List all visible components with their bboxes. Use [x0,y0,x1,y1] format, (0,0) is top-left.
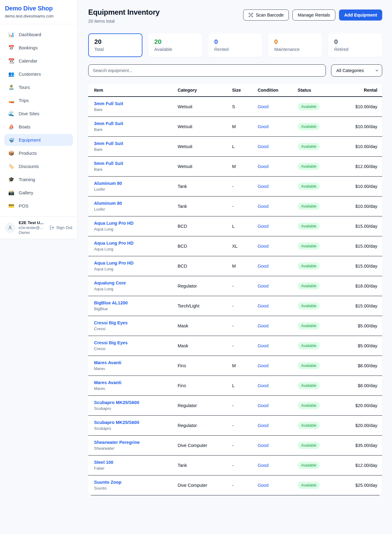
rental-cell: $15.00/day [349,236,382,256]
sidebar-item-label: POS [19,203,28,208]
item-name-link[interactable]: 5mm Full Suit [94,161,167,166]
sidebar-item[interactable]: 📅 Bookings [4,42,73,54]
stat-card[interactable]: 0 Retired [328,33,382,57]
condition-cell: Good [252,276,292,296]
item-name-link[interactable]: Scubapro MK25/S600 [94,400,167,405]
category-select[interactable]: All Categories [331,64,382,77]
add-equipment-button[interactable]: Add Equipment [339,10,382,21]
table-row: Mares Avanti Mares Fins L Good Available [88,376,382,396]
column-header-condition: Condition [252,84,292,97]
item-name-link[interactable]: Scubapro MK25/S600 [94,420,167,425]
sidebar-item[interactable]: 🏝️ Tours [4,81,73,93]
sidebar-item-icon: ⛵ [8,124,15,130]
condition-link[interactable]: Good [258,204,268,209]
rental-cell: $10.00/day [349,117,382,137]
condition-link[interactable]: Good [258,164,268,169]
status-badge: Available [298,103,320,110]
item-name-link[interactable]: 3mm Full Suit [94,101,167,106]
item-cell: 3mm Full Suit Bare [88,117,172,137]
manage-rentals-button[interactable]: Manage Rentals [292,10,335,21]
item-name-link[interactable]: Steel 100 [94,460,167,465]
item-name-link[interactable]: Mares Avanti [94,360,167,365]
sidebar-item-label: Bookings [19,45,38,50]
rental-cell: $18.00/day [349,276,382,296]
sidebar-item[interactable]: 📆 Calendar [4,55,73,67]
item-cell: Suunto Zoop Suunto [88,475,172,495]
sidebar-item[interactable]: 💳 POS [4,200,73,212]
status-cell: Available [292,196,350,216]
condition-link[interactable]: Good [258,224,268,229]
sidebar-item[interactable]: 🌊 Dive Sites [4,108,73,120]
table-row: Scubapro MK25/S600 Scubapro Regulator - … [88,416,382,436]
sidebar-item[interactable]: 🏷️ Discounts [4,160,73,172]
status-badge: Available [298,262,320,270]
column-header-rental: Rental [349,84,382,97]
sidebar-item[interactable]: 👥 Customers [4,68,73,80]
condition-link[interactable]: Good [258,323,268,328]
sidebar-item[interactable]: 📸 Gallery [4,187,73,199]
sidebar-item-icon: 🌊 [8,111,15,116]
item-name-link[interactable]: Aluminum 80 [94,201,167,206]
table-row: 3mm Full Suit Bare Wetsuit L Good Availa… [88,137,382,157]
item-name-link[interactable]: Aqua Lung Pro HD [94,221,167,226]
sign-out-button[interactable]: Sign Out [50,225,72,230]
size-cell: M [226,356,252,376]
condition-link[interactable]: Good [258,184,268,189]
size-cell: M [226,117,252,137]
condition-link[interactable]: Good [258,244,268,249]
item-name-link[interactable]: Aluminum 80 [94,181,167,186]
stat-card[interactable]: 20 Available [148,33,202,57]
condition-link[interactable]: Good [258,343,268,348]
condition-link[interactable]: Good [258,463,268,468]
item-name-link[interactable]: Aqua Lung Pro HD [94,241,167,246]
status-cell: Available [292,97,350,117]
app-root: Demo Dive Shop demo.test.divestreams.com… [0,0,392,534]
stat-card[interactable]: 0 Maintenance [268,33,322,57]
status-badge: Available [298,242,320,250]
sidebar-item[interactable]: 🚤 Trips [4,94,73,106]
item-cell: Scubapro MK25/S600 Scubapro [88,396,172,416]
condition-link[interactable]: Good [258,383,268,388]
condition-link[interactable]: Good [258,284,268,288]
sidebar: Demo Dive Shop demo.test.divestreams.com… [0,0,77,239]
sidebar-item[interactable]: ⛵ Boats [4,121,73,133]
stat-card[interactable]: 20 Total [88,33,142,57]
condition-link[interactable]: Good [258,483,268,488]
status-cell: Available [292,396,350,416]
sidebar-item[interactable]: 🎓 Training [4,174,73,185]
item-name-link[interactable]: Cressi Big Eyes [94,340,167,345]
condition-link[interactable]: Good [258,363,268,368]
item-name-link[interactable]: Aqua Lung Pro HD [94,261,167,265]
scan-barcode-label: Scan Barcode [256,13,284,17]
status-badge: Available [298,482,320,489]
item-name-link[interactable]: BigBlue AL1200 [94,300,167,305]
item-name-link[interactable]: Mares Avanti [94,380,167,385]
stat-label: Available [154,47,196,52]
condition-link[interactable]: Good [258,264,268,269]
item-name-link[interactable]: Aqualung Core [94,280,167,285]
sidebar-item[interactable]: 📦 Products [4,147,73,159]
category-cell: Fins [172,376,226,396]
item-name-link[interactable]: Suunto Zoop [94,480,167,485]
item-cell: Aqualung Core Aqua Lung [88,276,172,296]
condition-link[interactable]: Good [258,144,268,149]
item-brand: Bare [94,107,167,112]
sidebar-item[interactable]: 📊 Dashboard [4,29,73,40]
condition-link[interactable]: Good [258,403,268,408]
search-input[interactable] [88,64,326,77]
condition-link[interactable]: Good [258,443,268,448]
condition-link[interactable]: Good [258,104,268,109]
item-name-link[interactable]: 3mm Full Suit [94,141,167,146]
sidebar-item-label: Boats [19,124,30,129]
condition-link[interactable]: Good [258,423,268,428]
table-row: Aqua Lung Pro HD Aqua Lung BCD L Good Av… [88,216,382,236]
sidebar-item-label: Equipment [19,137,41,143]
item-name-link[interactable]: Cressi Big Eyes [94,320,167,325]
scan-barcode-button[interactable]: Scan Barcode [243,10,289,21]
condition-link[interactable]: Good [258,124,268,129]
item-name-link[interactable]: Shearwater Peregrine [94,440,167,445]
sidebar-item[interactable]: 🤿 Equipment [4,134,73,146]
item-name-link[interactable]: 3mm Full Suit [94,121,167,126]
stat-card[interactable]: 0 Rented [208,33,262,57]
condition-link[interactable]: Good [258,303,268,308]
